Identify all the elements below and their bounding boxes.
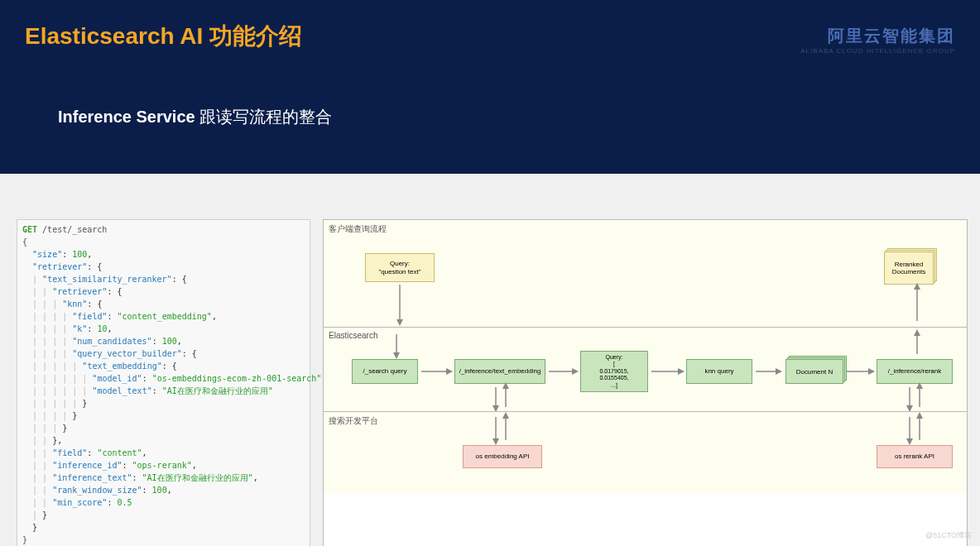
search-query-box: /_search query [352,359,418,384]
inference-rerank-box: /_inference/rerank [877,359,953,384]
svg-marker-2 [393,352,400,359]
svg-marker-6 [776,368,782,375]
query-vector-box: Query: [ 0.0179015, 0.0155405, ...] [580,351,648,392]
reranked-docs-stack: Reranked Documents [884,251,934,285]
code-block: GET /test/_search { "size": 100, "retrie… [22,223,305,546]
svg-marker-13 [492,438,499,445]
text-embedding-box: /_inference/text_embedding [454,359,545,384]
knn-query-box: knn query [686,359,752,384]
os-embedding-api-box: os embedding API [463,445,542,468]
svg-marker-12 [914,329,920,336]
svg-marker-14 [502,412,509,419]
code-panel: GET /test/_search { "size": 100, "retrie… [17,219,310,546]
svg-marker-15 [906,438,913,445]
subtitle-strong: Inference Service [58,108,195,126]
subtitle-rest: 跟读写流程的整合 [195,108,333,126]
svg-marker-10 [906,405,913,411]
logo-en: ALIBABA CLOUD INTELLIGENCE GROUP [800,47,955,55]
document-n-stack: Document N [785,359,843,384]
lane-platform: 搜索开发平台 os embedding API os rerank API [324,412,967,493]
logo-cn: 阿里云智能集团 [800,25,955,47]
svg-marker-3 [446,368,453,375]
lane-elasticsearch: Elasticsearch /_search query /_inference… [324,328,967,412]
lane3-arrows [324,412,967,493]
watermark: @51CTO博客 [925,530,972,541]
os-rerank-api-box: os rerank API [877,445,953,468]
query-box: Query: "question text" [365,253,435,282]
slide-content: GET /test/_search { "size": 100, "retrie… [0,174,980,546]
slide-subtitle: Inference Service 跟读写流程的整合 [58,106,955,128]
svg-marker-0 [396,319,403,326]
svg-marker-16 [916,412,923,419]
svg-marker-7 [868,368,875,375]
lane-platform-label: 搜索开发平台 [329,415,378,427]
brand-logo: 阿里云智能集团 ALIBABA CLOUD INTELLIGENCE GROUP [800,25,955,55]
lane-es-label: Elasticsearch [329,331,377,340]
svg-marker-5 [678,368,685,375]
svg-marker-4 [572,368,579,375]
lane-client: 客户端查询流程 Query: "question text" Reranked … [324,220,967,328]
slide-header: Elasticsearch AI 功能介绍 阿里云智能集团 ALIBABA CL… [0,0,980,174]
lane-client-label: 客户端查询流程 [329,223,387,235]
flow-diagram: 客户端查询流程 Query: "question text" Reranked … [323,219,968,546]
svg-marker-8 [492,405,499,411]
